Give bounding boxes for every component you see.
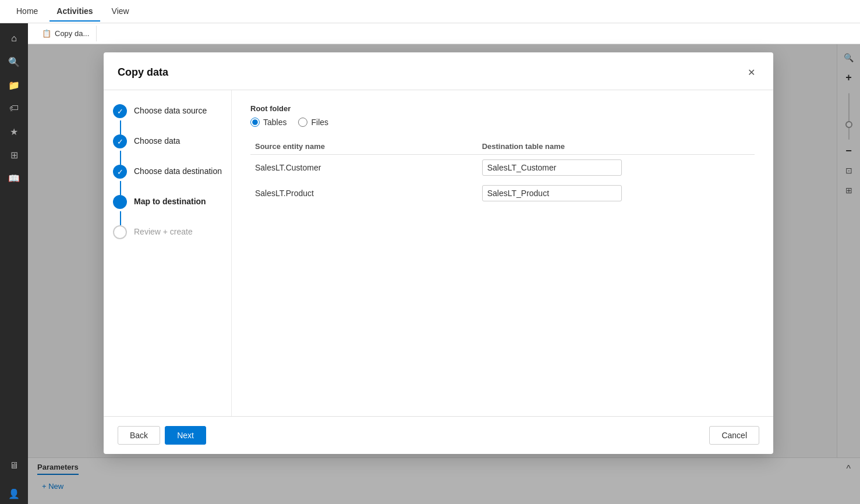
left-sidebar: ⌂ 🔍 📁 🏷 ★ ⊞ 📖 🖥 👤 (0, 23, 28, 504)
main-area: 📋 Copy da... 🔍 + − ⊡ ⊞ Parameters ^ + Ne… (28, 23, 860, 504)
step-label-2: Choose data (134, 134, 180, 145)
next-button[interactable]: Next (165, 426, 206, 445)
content-panel: Root folder Tables Files (232, 90, 773, 416)
source-column-header: Source entity name (250, 139, 477, 155)
step-label-3: Choose data destination (134, 165, 222, 176)
tab-label: Copy da... (55, 29, 89, 38)
sidebar-monitor-icon[interactable]: 🖥 (3, 455, 24, 476)
tab-bar: 📋 Copy da... (28, 23, 860, 44)
sidebar-grid-icon[interactable]: ⊞ (3, 144, 24, 165)
tab-icon: 📋 (42, 29, 51, 38)
files-radio-item[interactable]: Files (298, 118, 328, 127)
files-radio[interactable] (298, 118, 307, 127)
cancel-button[interactable]: Cancel (709, 426, 759, 445)
footer-left-actions: Back Next (118, 426, 206, 445)
destination-column-header: Destination table name (477, 139, 755, 155)
modal-footer: Back Next Cancel (104, 416, 773, 454)
source-entity-1: SalesLT.Customer (250, 155, 477, 181)
top-nav: Home Activities View (0, 0, 860, 23)
sidebar-tag-icon[interactable]: 🏷 (3, 98, 24, 119)
step-circle-5 (113, 225, 127, 239)
step-choose-destination: ✓ Choose data destination (113, 165, 222, 179)
destination-input-2[interactable] (482, 185, 622, 201)
destination-cell-2 (477, 180, 755, 206)
step-choose-data: ✓ Choose data (113, 134, 222, 148)
root-folder-section: Root folder Tables Files (250, 104, 755, 127)
step-circle-1: ✓ (113, 104, 127, 118)
sidebar-book-icon[interactable]: 📖 (3, 168, 24, 189)
table-row: SalesLT.Product (250, 180, 755, 206)
sidebar-person-icon[interactable]: 👤 (3, 483, 24, 504)
modal-body: ✓ Choose data source ✓ Choose data ✓ Cho… (104, 90, 773, 416)
nav-home[interactable]: Home (9, 2, 45, 22)
modal-close-button[interactable]: ✕ (743, 64, 759, 80)
destination-cell-1 (477, 155, 755, 181)
step-map-to-destination: Map to destination (113, 195, 222, 209)
radio-group: Tables Files (250, 118, 755, 127)
nav-view[interactable]: View (105, 2, 136, 22)
table-row: SalesLT.Customer (250, 155, 755, 181)
step-label-5: Review + create (134, 225, 193, 236)
step-circle-3: ✓ (113, 165, 127, 179)
mapping-table: Source entity name Destination table nam… (250, 139, 755, 206)
tables-radio-item[interactable]: Tables (250, 118, 286, 127)
sidebar-search-icon[interactable]: 🔍 (3, 51, 24, 72)
step-review-create: Review + create (113, 225, 222, 239)
nav-activities[interactable]: Activities (49, 2, 100, 22)
root-folder-label: Root folder (250, 104, 755, 113)
sidebar-folder-icon[interactable]: 📁 (3, 74, 24, 95)
copy-data-tab[interactable]: 📋 Copy da... (35, 26, 97, 41)
step-circle-2: ✓ (113, 134, 127, 148)
tables-label: Tables (263, 118, 286, 127)
copy-data-modal: Copy data ✕ ✓ Choose data source ✓ Choos… (104, 52, 773, 454)
step-label-1: Choose data source (134, 104, 207, 115)
destination-input-1[interactable] (482, 159, 622, 176)
back-button[interactable]: Back (118, 426, 160, 445)
step-label-4: Map to destination (134, 195, 206, 206)
step-circle-4 (113, 195, 127, 209)
step-choose-data-source: ✓ Choose data source (113, 104, 222, 118)
sidebar-home-icon[interactable]: ⌂ (3, 28, 24, 49)
modal-title: Copy data (118, 66, 168, 79)
sidebar-star-icon[interactable]: ★ (3, 121, 24, 142)
files-label: Files (311, 118, 328, 127)
steps-panel: ✓ Choose data source ✓ Choose data ✓ Cho… (104, 90, 232, 416)
source-entity-2: SalesLT.Product (250, 180, 477, 206)
modal-header: Copy data ✕ (104, 52, 773, 90)
tables-radio[interactable] (250, 118, 260, 127)
